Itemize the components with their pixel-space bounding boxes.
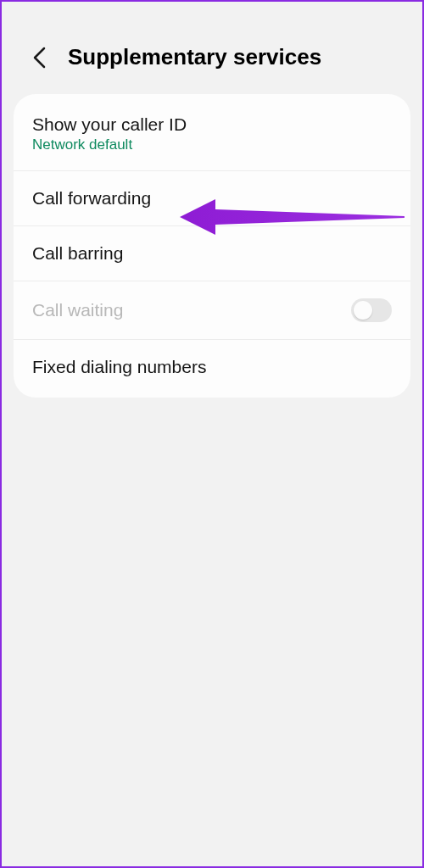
setting-call-waiting[interactable]: Call waiting [14,281,410,340]
setting-call-forwarding[interactable]: Call forwarding [14,171,410,226]
toggle-switch[interactable] [351,298,392,322]
setting-title: Call forwarding [32,188,392,209]
back-icon[interactable] [27,46,51,70]
setting-title: Call waiting [32,300,123,320]
setting-call-barring[interactable]: Call barring [14,226,410,281]
setting-title: Fixed dialing numbers [32,357,392,377]
toggle-knob [354,301,372,320]
page-title: Supplementary services [68,44,321,70]
settings-card: Show your caller ID Network default Call… [14,94,410,398]
setting-title: Call barring [32,243,392,264]
setting-fixed-dialing[interactable]: Fixed dialing numbers [14,340,410,394]
setting-subtitle: Network default [32,136,392,153]
header: Supplementary services [2,2,422,94]
setting-title: Show your caller ID [32,114,392,135]
setting-caller-id[interactable]: Show your caller ID Network default [14,97,410,171]
